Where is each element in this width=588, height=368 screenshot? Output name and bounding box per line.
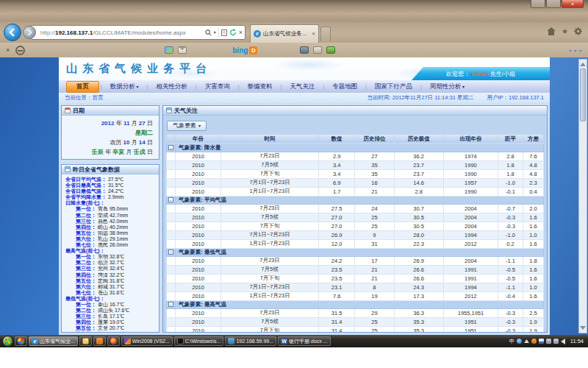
column-header-7[interactable]: 距平 bbox=[498, 134, 523, 144]
search-icon[interactable] bbox=[205, 29, 212, 36]
group-expand-cell[interactable]: - bbox=[167, 196, 176, 204]
column-header-8[interactable]: 方差 bbox=[523, 134, 543, 144]
tray-clock[interactable]: 11:54 bbox=[570, 338, 584, 344]
table-row[interactable]: 20107月1日~7月23日6.91614.61957-1.02.3 bbox=[167, 178, 544, 187]
favorites-star-icon[interactable]: ★ bbox=[562, 28, 568, 35]
row-select-cell[interactable] bbox=[167, 317, 176, 326]
taskbar-pinned-explorer[interactable] bbox=[79, 336, 92, 346]
nav-item-6[interactable]: 天气关注 bbox=[283, 82, 321, 92]
camera-icon[interactable] bbox=[300, 46, 309, 54]
tab-close-icon[interactable]: × bbox=[312, 31, 315, 37]
row-select-cell[interactable] bbox=[167, 308, 176, 317]
table-row[interactable]: 20107月23日2.92736.219742.87.6 bbox=[167, 152, 544, 160]
start-button[interactable] bbox=[2, 336, 13, 347]
collapse-icon[interactable]: - bbox=[168, 250, 173, 255]
scroll-up-arrow[interactable] bbox=[580, 63, 586, 66]
row-select-cell[interactable] bbox=[167, 274, 176, 283]
collapse-icon[interactable]: - bbox=[168, 302, 173, 307]
table-row[interactable]: 20107月下旬23.52126.61991-0.51.6 bbox=[167, 274, 544, 283]
row-select-cell[interactable] bbox=[167, 152, 176, 160]
toolbar-close-icon[interactable]: × bbox=[6, 47, 10, 54]
row-select-cell[interactable] bbox=[167, 160, 176, 169]
taskbar-pinned-media[interactable] bbox=[107, 336, 120, 346]
toolbar-logo-icon[interactable] bbox=[15, 46, 25, 55]
scrollbar-thumb[interactable] bbox=[580, 68, 586, 121]
new-tab-button[interactable] bbox=[320, 26, 331, 41]
vertical-scrollbar[interactable] bbox=[578, 59, 587, 333]
share-icon[interactable] bbox=[326, 46, 335, 54]
row-select-cell[interactable] bbox=[167, 265, 176, 274]
collapse-icon[interactable]: - bbox=[168, 145, 173, 150]
nav-item-2[interactable]: 数据分析 ▾ bbox=[104, 82, 146, 92]
address-bar[interactable]: http://192.168.137.1/GLCCLIMATE/modules/… bbox=[31, 25, 245, 40]
table-row[interactable]: 20101月1日~7月23日1.7212.81990-0.10.4 bbox=[167, 187, 544, 196]
collapse-icon[interactable]: - bbox=[168, 197, 173, 202]
nav-item-4[interactable]: 灾害查询 bbox=[198, 82, 237, 92]
column-header-2[interactable]: 时间 bbox=[220, 134, 318, 144]
app-toolbar-icon[interactable] bbox=[313, 46, 322, 54]
group-expand-cell[interactable]: - bbox=[167, 300, 176, 308]
taskbar-pinned-app[interactable] bbox=[15, 336, 27, 346]
table-row[interactable]: 20107月5候27.02530.52004-0.31.6 bbox=[167, 213, 544, 222]
forward-button[interactable] bbox=[23, 26, 36, 39]
table-row[interactable]: 20107月下旬3.43523.719901.84.8 bbox=[167, 169, 544, 178]
row-select-cell[interactable] bbox=[167, 187, 176, 196]
row-select-cell[interactable] bbox=[167, 291, 176, 300]
app-tray-icon[interactable] bbox=[531, 339, 537, 344]
taskbar-window-cmd[interactable]: C:\Windows\s... bbox=[174, 336, 224, 346]
browser-tab[interactable]: e 山东省气候业务平... × bbox=[250, 24, 319, 43]
refresh-icon[interactable] bbox=[229, 29, 237, 36]
table-row[interactable]: 20107月23日24.21726.92004-1.11.8 bbox=[167, 256, 544, 265]
taskbar-window-rdp[interactable]: 192.168.59.99... bbox=[225, 336, 276, 346]
column-header-1[interactable]: 年份 bbox=[176, 134, 221, 144]
element-dropdown-button[interactable]: 气象要素 ▾ bbox=[167, 121, 207, 131]
home-icon[interactable] bbox=[547, 27, 556, 35]
back-button[interactable] bbox=[4, 24, 21, 41]
compatibility-page-icon[interactable] bbox=[221, 29, 227, 36]
ime-indicator[interactable]: 中 bbox=[509, 339, 514, 344]
row-select-cell[interactable] bbox=[167, 256, 176, 265]
row-select-cell[interactable] bbox=[167, 178, 176, 187]
table-row[interactable]: 20107月5候23.52126.61991-0.51.6 bbox=[167, 265, 544, 274]
nav-item-9[interactable]: 周期性分析 ▾ bbox=[423, 82, 471, 92]
taskbar-window-vs[interactable]: Win2008 (VS2... bbox=[121, 336, 173, 346]
group-expand-cell[interactable]: - bbox=[167, 248, 176, 256]
window-minimize-button[interactable] bbox=[531, 0, 545, 8]
row-select-cell[interactable] bbox=[167, 230, 176, 239]
table-row[interactable]: 20107月1日~7月23日26.9928.01994-1.01.0 bbox=[167, 230, 544, 239]
stop-icon[interactable]: × bbox=[239, 29, 243, 36]
gear-icon[interactable] bbox=[574, 27, 582, 35]
window-maximize-button[interactable] bbox=[546, 0, 561, 8]
display-icon[interactable] bbox=[546, 339, 551, 344]
column-header-6[interactable]: 出现年份 bbox=[443, 134, 498, 144]
row-select-cell[interactable] bbox=[167, 326, 176, 332]
nav-item-8[interactable]: 国家下行产品 bbox=[368, 82, 419, 92]
action-center-flag-icon[interactable] bbox=[539, 339, 544, 344]
photos-icon[interactable] bbox=[165, 46, 173, 54]
search-dropdown-icon[interactable]: ▾ bbox=[214, 30, 216, 35]
row-select-cell[interactable] bbox=[167, 169, 176, 178]
taskbar-window-word[interactable]: W银行手册.docx ... bbox=[278, 336, 331, 346]
row-select-cell[interactable] bbox=[167, 283, 176, 291]
bing-logo[interactable]: bing D bbox=[232, 46, 257, 54]
table-row[interactable]: 20107月23日31.52936.31955,1951-0.32.5 bbox=[167, 308, 544, 317]
nav-item-3[interactable]: 相关性分析 bbox=[149, 82, 194, 92]
row-select-cell[interactable] bbox=[167, 204, 176, 213]
row-select-cell[interactable] bbox=[167, 222, 176, 230]
table-row[interactable]: 20107月23日27.52430.72004-0.72.0 bbox=[167, 204, 544, 213]
nav-item-1[interactable]: 首页 bbox=[66, 81, 99, 93]
volume-icon[interactable] bbox=[561, 339, 565, 344]
toolbar-more-icon[interactable]: • • • bbox=[569, 47, 582, 54]
table-row[interactable]: 20101月1日~7月23日12.03122.320120.21.6 bbox=[167, 239, 544, 248]
table-row[interactable]: 20101月1日~7月23日7.61917.32012-0.41.6 bbox=[167, 291, 544, 300]
column-header-5[interactable]: 历史极值 bbox=[394, 134, 443, 144]
table-row[interactable]: 20107月1日~7月23日23.1824.31994-1.11.0 bbox=[167, 283, 544, 291]
table-row[interactable]: 20107月下旬27.02530.52004-0.31.6 bbox=[167, 222, 544, 230]
nav-item-5[interactable]: 整编资料 bbox=[241, 82, 279, 92]
taskbar-window-ie[interactable]: e山东省气候业... bbox=[29, 336, 78, 346]
scroll-down-arrow[interactable] bbox=[580, 326, 586, 330]
group-expand-cell[interactable]: - bbox=[167, 144, 176, 152]
window-close-button[interactable]: × bbox=[562, 0, 584, 8]
table-row[interactable]: 20107月5候3.43523.719901.84.8 bbox=[167, 160, 544, 169]
taskbar-pinned-app2[interactable] bbox=[93, 336, 106, 346]
